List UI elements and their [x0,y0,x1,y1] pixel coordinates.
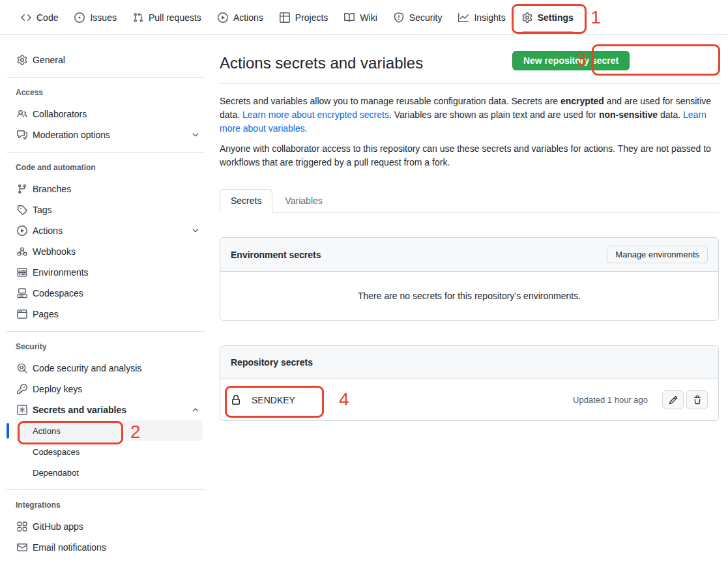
secrets-variables-tabnav: Secrets Variables [220,189,719,212]
edit-secret-button[interactable] [662,390,684,409]
secret-row-actions: Updated 1 hour ago [573,390,708,409]
sidebar-item-webhooks[interactable]: Webhooks [7,241,205,262]
annotation-number-2: 2 [130,423,141,441]
environment-secrets-card: Environment secrets Manage environments … [220,237,719,321]
intro-paragraph-1: Secrets and variables allow you to manag… [220,94,719,136]
active-tab-underline [522,31,574,33]
sidebar-item-deploy-keys[interactable]: Deploy keys [7,379,205,399]
sidebar-section-integrations: Integrations GitHub apps Email notificat… [7,489,205,558]
sidebar-item-branches[interactable]: Branches [7,179,205,199]
intro-text-segment: Secrets and variables allow you to manag… [220,96,561,106]
intro-text: Secrets and variables allow you to manag… [220,94,719,169]
sidebar-section-code-and-automation: Code and automation Branches Tags Action… [7,152,205,325]
sidebar-item-pages[interactable]: Pages [7,304,205,325]
intro-bold-encrypted: encrypted [561,96,604,106]
sidebar-item-secrets-and-variables[interactable]: Secrets and variables [7,399,205,420]
learn-more-encrypted-secrets-link[interactable]: Learn more about encrypted secrets [242,109,389,120]
mail-icon [17,542,27,553]
sidebar-item-environments[interactable]: Environments [7,262,205,283]
apps-icon [17,521,27,532]
nav-tab-issues[interactable]: Issues [68,0,123,35]
sidebar-subitem-codespaces[interactable]: Codespaces [16,441,203,462]
pencil-icon [669,396,678,405]
key-icon [17,384,27,394]
intro-bold-non-sensitive: non-sensitive [599,109,658,120]
people-icon [17,109,27,119]
sidebar-item-collaborators[interactable]: Collaborators [7,104,205,124]
shield-icon [394,12,404,23]
lock-icon [231,395,241,405]
page-title: Actions secrets and variables [220,53,423,73]
sidebar-subitem-actions[interactable]: Actions 2 [16,420,203,441]
repository-secrets-card: Repository secrets SENDKEY 4 Updated 1 h… [220,345,719,421]
manage-environments-button[interactable]: Manage environments [607,246,708,263]
sidebar-item-label: Environments [33,267,89,278]
sidebar-section-title: Security [7,337,205,358]
sidebar-item-label: Pages [33,309,59,319]
nav-tab-projects[interactable]: Projects [273,0,335,35]
nav-tab-label: Wiki [360,12,377,23]
annotation-number-1: 1 [590,8,601,27]
webhook-icon [17,246,27,257]
delete-secret-button[interactable] [686,390,708,409]
new-repository-secret-button[interactable]: New repository secret [512,51,630,70]
sidebar-item-label: General [33,55,65,65]
sidebar-section-access: Access Collaborators Moderation options [7,77,205,145]
sidebar-subitem-dependabot[interactable]: Dependabot [16,462,203,483]
sidebar-item-label: Collaborators [33,109,87,119]
sidebar-item-email-notifications[interactable]: Email notifications [7,537,205,558]
sidebar-item-label: Actions [33,225,63,236]
comment-discussion-icon [17,130,27,140]
nav-tab-label: Pull requests [149,12,201,23]
secret-name-group: SENDKEY 4 [231,395,295,405]
active-item-accent-bar [7,423,9,439]
sidebar-item-moderation-options[interactable]: Moderation options [7,124,205,145]
secret-name: SENDKEY [252,395,295,405]
sidebar-item-label: Deploy keys [33,384,82,394]
nav-tab-label: Settings [538,12,574,23]
repo-tab-bar: Code Issues Pull requests Actions Projec… [0,0,728,35]
nav-tab-label: Projects [295,12,328,23]
nav-tab-pull-requests[interactable]: Pull requests [126,0,208,35]
sidebar-item-general[interactable]: General [0,50,209,70]
secret-updated-text: Updated 1 hour ago [573,395,648,405]
gear-icon [522,12,532,23]
play-icon [17,225,27,236]
nav-tab-insights[interactable]: Insights [452,0,512,35]
table-icon [280,12,290,23]
sidebar-item-github-apps[interactable]: GitHub apps [7,516,205,537]
tab-variables[interactable]: Variables [274,189,333,212]
nav-tab-wiki[interactable]: Wiki [338,0,383,35]
sidebar-item-label: Branches [33,184,71,194]
nav-tab-security[interactable]: Security [387,0,449,35]
intro-paragraph-2: Anyone with collaborator access to this … [220,142,719,169]
tab-secrets[interactable]: Secrets [220,189,272,212]
browser-icon [17,309,27,319]
settings-main-content: Actions secrets and variables New reposi… [209,35,728,421]
repository-secrets-header: Repository secrets [220,346,718,379]
nav-tab-actions[interactable]: Actions [211,0,270,35]
sidebar-section-title: Access [7,83,205,104]
sidebar-item-actions[interactable]: Actions [7,220,205,241]
sidebar-item-codespaces[interactable]: Codespaces [7,283,205,304]
tag-icon [17,205,27,215]
git-branch-icon [17,184,27,194]
intro-text-segment: . [305,123,308,134]
environment-secrets-title: Environment secrets [231,250,321,260]
sidebar-item-tags[interactable]: Tags [7,199,205,220]
chevron-down-icon [191,226,200,235]
graph-icon [458,12,469,23]
nav-tab-code[interactable]: Code [14,0,65,35]
book-icon [344,12,355,23]
nav-tab-label: Actions [233,12,263,23]
sidebar-section-title: Code and automation [7,158,205,179]
sidebar-subitem-label: Codespaces [33,447,80,457]
chevron-up-icon [191,405,200,414]
nav-tab-label: Issues [90,12,116,23]
annotation-number-4: 4 [339,390,349,409]
sidebar-item-label: Codespaces [33,288,83,298]
sidebar-item-code-security-and-analysis[interactable]: Code security and analysis [7,358,205,379]
nav-tab-label: Code [36,12,58,23]
codespaces-icon [17,288,27,298]
nav-tab-settings[interactable]: Settings 1 [516,0,580,35]
